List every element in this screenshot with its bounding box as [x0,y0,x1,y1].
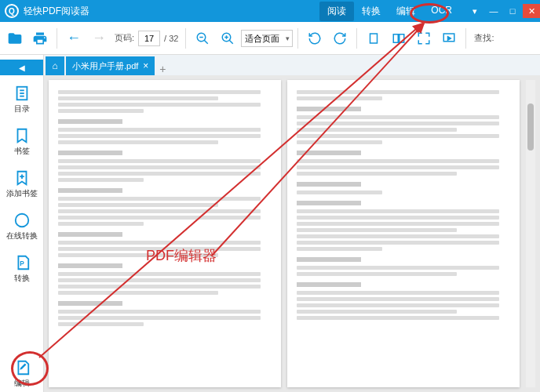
vertical-scrollbar[interactable] [526,80,535,387]
svg-point-19 [15,214,28,227]
edit-icon [13,359,31,376]
nav-forward-button[interactable]: → [87,27,111,50]
zoom-out-button[interactable] [191,27,214,50]
view-single-button[interactable] [362,27,385,50]
page-viewport[interactable] [44,75,540,392]
rotate-right-button[interactable] [328,27,352,50]
view-facing-button[interactable] [387,27,410,50]
page-input[interactable] [138,31,160,46]
sidebar-item-add-bookmark[interactable]: 添加书签 [5,166,39,202]
mode-ocr[interactable]: OCR [423,2,460,21]
app-title: 轻快PDF阅读器 [24,5,89,18]
svg-rect-11 [400,34,404,42]
toc-icon [13,85,31,102]
zoom-in-button[interactable] [216,27,239,50]
zoom-mode-select[interactable]: 适合页面 [241,30,293,47]
mode-edit[interactable]: 编辑 [389,2,423,21]
sidebar-item-toc[interactable]: 目录 [5,82,39,118]
sidebar-collapse-button[interactable]: ◀ [0,60,43,75]
svg-line-6 [230,40,234,44]
page-left [49,80,281,387]
home-tab-button[interactable]: ⌂ [46,56,64,75]
nav-back-button[interactable]: ← [62,27,86,50]
titlebar: Q 轻快PDF阅读器 阅读 转换 编辑 OCR ▾ — □ ✕ [0,0,540,22]
slideshow-button[interactable] [437,27,461,50]
tab-close-icon[interactable]: × [143,60,148,71]
svg-rect-9 [370,34,378,43]
mode-read[interactable]: 阅读 [319,2,354,21]
rotate-left-button[interactable] [303,27,327,50]
tabbar: ⌂ 小米用户手册.pdf × + [44,55,540,75]
tab-filename: 小米用户手册.pdf [72,60,138,72]
new-tab-button[interactable]: + [155,63,170,75]
minimize-button[interactable]: — [485,4,502,18]
mode-convert[interactable]: 转换 [354,2,389,21]
sidebar-item-convert[interactable]: P 转换 [5,251,39,287]
sidebar-item-online-convert[interactable]: 在线转换 [5,209,39,245]
page-label: 页码: [115,32,134,44]
svg-text:P: P [20,260,24,267]
sidebar-item-edit[interactable]: 编辑 [5,356,39,392]
bookmark-icon [13,127,31,144]
document-tab[interactable]: 小米用户手册.pdf × [66,56,155,75]
fullscreen-button[interactable] [412,27,436,50]
page-total: / 32 [164,34,178,43]
print-button[interactable] [28,27,52,50]
toolbar: ← → 页码: / 32 适合页面 查找: [0,22,540,55]
maximize-button[interactable]: □ [504,4,521,18]
open-file-button[interactable] [3,27,27,50]
find-label: 查找: [474,32,494,44]
svg-line-3 [205,40,209,44]
settings-icon[interactable]: ▾ [466,4,483,18]
page-right [287,80,520,387]
sidebar-item-bookmarks[interactable]: 书签 [5,124,39,160]
online-convert-icon [13,212,31,229]
app-logo-icon: Q [5,4,19,18]
convert-icon: P [13,254,31,271]
close-button[interactable]: ✕ [523,4,540,18]
add-bookmark-icon [13,169,31,187]
sidebar: ◀ 目录 书签 添加书签 在线转换 P 转换 编辑 [0,55,44,392]
svg-rect-10 [394,34,399,42]
